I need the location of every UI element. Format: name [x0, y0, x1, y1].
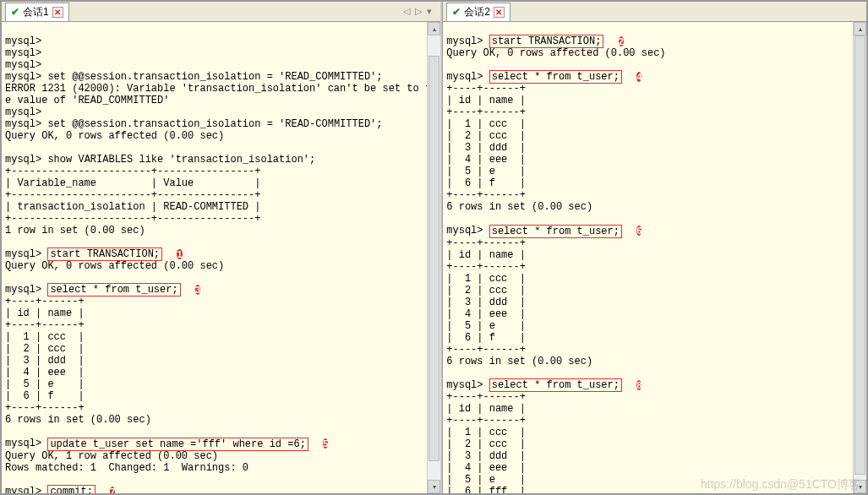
tab-bar-right: ✔ 会话2 ✕	[443, 2, 866, 22]
highlight-select-8: select * from t_user;	[489, 378, 622, 392]
tab-label: 会话1	[23, 5, 49, 19]
scroll-down-icon[interactable]: ▾	[854, 480, 866, 493]
badge-8: 8	[636, 380, 641, 390]
badge-6: 6	[636, 226, 641, 236]
highlight-commit-7: commit;	[47, 485, 95, 493]
scrollbar-left[interactable]: ▴ ▾	[427, 22, 440, 493]
highlight-start-tx-1: start TRANSACTION;	[47, 248, 162, 261]
highlight-update-5: update t_user set name ='fff' where id =…	[47, 438, 308, 451]
tab-bar-left: ✔ 会话1 ✕ ◁ ▷ ▾	[2, 2, 440, 22]
highlight-select-4: select * from t_user;	[489, 70, 622, 84]
tab-prev-button[interactable]: ◁	[401, 6, 412, 17]
badge-5: 5	[323, 438, 328, 449]
scroll-thumb[interactable]	[854, 35, 865, 475]
tab-session-1[interactable]: ✔ 会话1 ✕	[5, 3, 69, 21]
badge-2: 2	[619, 36, 624, 46]
scrollbar-right[interactable]: ▴ ▾	[853, 22, 866, 493]
tab-label: 会话2	[464, 5, 490, 19]
check-icon: ✔	[11, 6, 19, 18]
tab-nav-buttons: ◁ ▷ ▾	[401, 6, 437, 17]
highlight-select-6: select * from t_user;	[489, 225, 622, 238]
session-panel-2: ✔ 会话2 ✕ mysql> start TRANSACTION; 2 Quer…	[442, 1, 867, 494]
tab-menu-button[interactable]: ▾	[425, 6, 434, 17]
terminal-right[interactable]: mysql> start TRANSACTION; 2 Query OK, 0 …	[443, 22, 866, 493]
highlight-select-3: select * from t_user;	[47, 283, 180, 296]
terminal-left[interactable]: mysql> mysql> mysql> mysql> set @@sessio…	[2, 22, 440, 493]
scroll-up-icon[interactable]: ▴	[854, 22, 866, 35]
badge-3: 3	[195, 285, 200, 295]
scroll-thumb[interactable]	[429, 56, 439, 461]
badge-1: 1	[177, 249, 182, 259]
badge-7: 7	[110, 487, 115, 493]
scroll-down-icon[interactable]: ▾	[428, 480, 440, 493]
tab-session-2[interactable]: ✔ 会话2 ✕	[446, 3, 510, 21]
check-icon: ✔	[452, 6, 461, 18]
scroll-up-icon[interactable]: ▴	[428, 22, 440, 35]
close-icon[interactable]: ✕	[52, 7, 63, 18]
session-panel-1: ✔ 会话1 ✕ ◁ ▷ ▾ mysql> mysql> mysql> mysql…	[1, 1, 442, 494]
highlight-start-tx-2: start TRANSACTION;	[489, 35, 604, 48]
badge-4: 4	[636, 72, 641, 82]
tab-next-button[interactable]: ▷	[413, 6, 423, 17]
close-icon[interactable]: ✕	[494, 7, 505, 18]
